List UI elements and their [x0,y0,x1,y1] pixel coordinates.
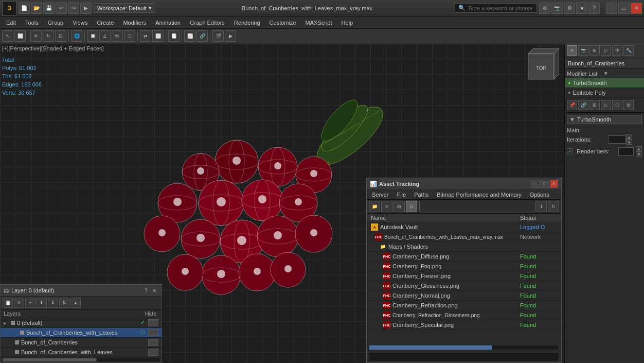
at-list-btn[interactable]: ≡ [381,201,392,212]
rotate-btn[interactable]: ↻ [43,30,54,42]
layer-check-0[interactable]: ✓ [139,319,146,326]
menu-maxscript[interactable]: MAXScript [301,19,336,27]
at-row-5[interactable]: FHC Cranberry_Fresnel.png Found [367,271,561,281]
at-row-10[interactable]: FHC Cranberry_Specular.png Found [367,320,561,330]
at-menu-bitmap[interactable]: Bitmap Performance and Memory [434,191,524,198]
sun-icon[interactable]: ☀ [567,45,577,56]
camera2-icon[interactable]: 📷 [578,45,588,56]
at-row-0[interactable]: A Autodesk Vault Logged O [367,222,561,232]
layers-help-btn[interactable]: ? [142,286,150,295]
layers-close-btn[interactable]: ✕ [150,286,158,295]
iterations-down[interactable]: ▼ [626,140,632,145]
redo-btn[interactable]: ↪ [68,3,79,14]
close-button[interactable]: ✕ [631,3,642,14]
at-maximize-btn[interactable]: □ [541,180,549,188]
at-row-2[interactable]: 📁 Maps / Shaders [367,242,561,252]
layers-move-down-btn[interactable]: ⬇ [48,298,58,308]
menu-edit[interactable]: Edit [2,19,20,27]
curve-editor-btn[interactable]: 📈 [184,30,195,42]
render-iters-up[interactable]: ▲ [636,146,642,151]
save-btn[interactable]: 💾 [43,3,55,14]
render-btn[interactable]: ▶ [225,30,236,42]
camera-btn[interactable]: 📷 [551,3,563,14]
at-row-7[interactable]: FHC Cranberry_Normal.png Found [367,291,561,301]
layer-item-0[interactable]: ▸ 0 (default) ✓ [1,318,162,328]
layer-item-1[interactable]: Bunch_of_Cranberries_with_Leaves □ [1,328,162,338]
menu-group[interactable]: Group [44,19,68,27]
search-box[interactable]: 🔍 Type a keyword or phrase [455,3,537,13]
iterations-up[interactable]: ▲ [626,134,632,140]
percent-snap-btn[interactable]: % [112,30,123,42]
layer-mgr-btn[interactable]: 📑 [168,30,180,42]
wrap-icon[interactable]: ⬡ [612,100,622,110]
utilities-icon[interactable]: 🔧 [623,45,634,56]
at-folder-btn[interactable]: 📁 [369,201,380,212]
at-menu-options[interactable]: Options [527,191,552,198]
help-btn[interactable]: ? [588,3,600,14]
layers-scrollbar-thumb[interactable] [3,358,97,361]
collapse-icon[interactable]: ▼ [569,116,575,123]
select-region-btn[interactable]: ⬜ [14,30,26,42]
navigation-cube[interactable]: TOP [523,48,559,84]
layers-delete-btn[interactable]: ✕ [14,298,24,308]
modifier-turbsmooth[interactable]: ● TurboSmooth [565,78,644,88]
at-menu-server[interactable]: Server [369,191,391,198]
at-close-btn[interactable]: ✕ [550,180,558,188]
render-iters-checkbox[interactable] [567,148,573,154]
extra-icon[interactable]: ⊛ [623,100,634,110]
settings-icon[interactable]: ⚙ [564,3,575,14]
scale-btn[interactable]: ⊡ [55,30,66,42]
at-refresh-btn[interactable]: ↻ [548,201,559,212]
display-icon[interactable]: 👁 [612,45,622,56]
iterations-input[interactable]: 0 [608,135,626,144]
new-btn[interactable]: 📄 [19,3,30,14]
menu-create[interactable]: Create [93,19,118,27]
star-icon[interactable]: ★ [576,3,587,14]
at-minimize-btn[interactable]: ─ [531,180,540,188]
at-grid-btn[interactable]: ⊞ [393,201,405,212]
render-iters-down[interactable]: ▼ [636,151,642,157]
layers-move-up-btn[interactable]: ⬆ [37,298,47,308]
motion-icon[interactable]: ▷ [601,45,611,56]
schematic-btn[interactable]: 🔗 [196,30,208,42]
layer-check-box-1[interactable]: □ [139,329,146,336]
snap-btn[interactable]: 🔲 [87,30,98,42]
render-preview-btn[interactable]: ▶ [80,3,92,14]
menu-help[interactable]: Help [337,19,357,27]
magnet-btn[interactable]: ⊕ [539,3,550,14]
move-btn[interactable]: ✛ [30,30,42,42]
layers-select-btn[interactable]: 📋 [3,298,13,308]
layers-swap-btn[interactable]: ⇅ [59,298,69,308]
at-table-btn[interactable]: ⊟ [406,201,417,212]
modifier-editable-poly[interactable]: ● Editable Poly [565,88,644,98]
at-row-8[interactable]: FHC Cranberry_Refraction.png Found [367,301,561,310]
menu-tools[interactable]: Tools [21,19,43,27]
angle-snap-btn[interactable]: ∠ [99,30,111,42]
layers-add-btn[interactable]: + [25,298,35,308]
at-menu-paths[interactable]: Paths [411,191,432,198]
at-info-btn[interactable]: ℹ [535,201,547,212]
pin-icon[interactable]: 📌 [567,100,577,110]
minimize-button[interactable]: ─ [606,3,617,14]
layer-item-3[interactable]: Bunch_of_Cranberries_with_Leaves [1,348,162,357]
maximize-button[interactable]: □ [618,3,630,14]
ref-coord-btn[interactable]: 🌐 [71,30,82,42]
at-row-9[interactable]: FHC Cranberry_Refraction_Glossiness.png … [367,310,561,320]
spinner-snap-btn[interactable]: ⬡ [124,30,135,42]
mirror-btn[interactable]: ⇄ [140,30,151,42]
select-btn[interactable]: ↖ [2,30,13,42]
menu-modifiers[interactable]: Modifiers [119,19,150,27]
motion-icon2[interactable]: ▷ [601,100,611,110]
layer-item-2[interactable]: Bunch_of_Cranberries [1,338,162,348]
menu-views[interactable]: Views [68,19,92,27]
undo-btn[interactable]: ↩ [56,3,67,14]
link-icon[interactable]: 🔗 [578,100,588,110]
at-row-6[interactable]: FHC Cranberry_Glossiness.png Found [367,281,561,291]
menu-rendering[interactable]: Rendering [230,19,264,27]
at-row-1[interactable]: FHC Bunch_of_Cranberries_with_Leaves_max… [367,232,561,242]
layers-sort-btn[interactable]: ▲ [70,298,81,308]
modifier-icon2[interactable]: ⊞ [589,100,600,110]
render-iters-input[interactable]: 2 [618,147,634,155]
open-btn[interactable]: 📂 [31,3,42,14]
menu-customize[interactable]: Customize [265,19,300,27]
